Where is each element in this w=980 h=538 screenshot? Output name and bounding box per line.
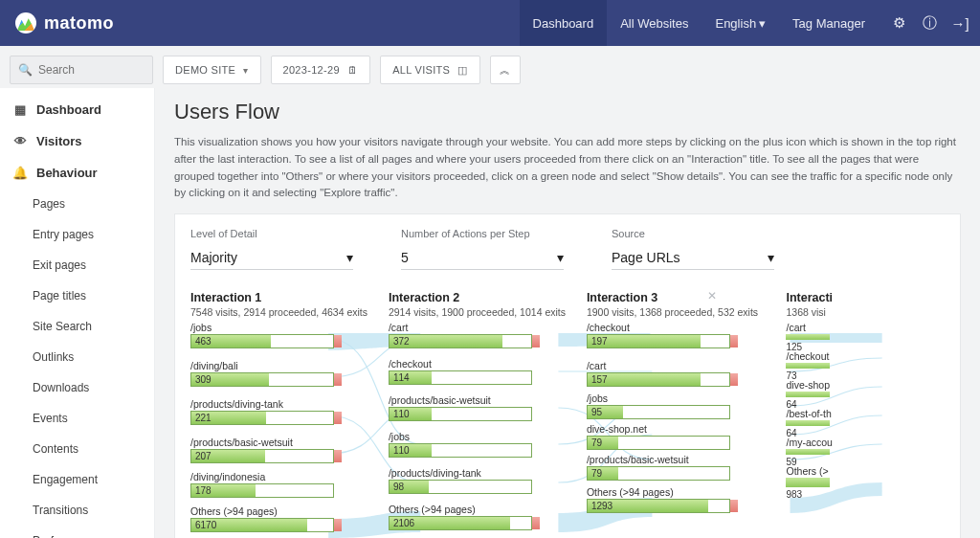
select-source[interactable]: Page URLs ▾ [612,245,774,270]
flow-node[interactable]: /cart 372 [389,322,532,348]
body: ▦ Dashboard 👁 Visitors 🔔 Behaviour Pages… [0,88,980,538]
sidebar-item-events[interactable]: Events [0,403,154,434]
sidebar-item-contents[interactable]: Contents [0,434,154,464]
flow-node[interactable]: /diving/indonesia 178 [190,471,334,498]
sidebar-item-visitors[interactable]: 👁 Visitors [0,125,154,157]
nav-dashboard[interactable]: Dashboard [520,0,608,46]
control-detail: Level of Detail Majority ▾ [190,228,353,270]
flow-node[interactable]: /my-accou 59 [786,437,832,467]
sidebar-item-site-search[interactable]: Site Search [0,311,154,342]
chevrons-up-icon: ︽ [500,63,510,78]
flow-node[interactable]: /jobs 110 [389,431,532,458]
flow-node[interactable]: Others (>94 pages) 2106 [389,504,532,530]
flow-node[interactable]: Others (>94 pages) 1293 [587,486,730,513]
flow-node[interactable]: /products/diving-tank 221 [190,398,334,425]
flow-node[interactable]: /checkout 114 [389,358,532,385]
search-box[interactable]: 🔍 [10,56,153,84]
flow-column-2[interactable]: Interaction 2 2914 visits, 1900 proceede… [389,291,587,538]
flow-column-4[interactable]: Interacti 1368 visi /cart 125 /checkout … [786,291,945,538]
grid-icon: ▦ [13,103,27,117]
segment-selector[interactable]: ALL VISITS ◫ [380,56,479,84]
sidebar-item-outlinks[interactable]: Outlinks [0,342,154,372]
login-icon[interactable]: →] [951,14,969,32]
flow-node[interactable]: /products/diving-tank 98 [389,467,532,494]
flow-node[interactable]: dive-shop.net 79 [587,423,730,450]
nav-all-websites[interactable]: All Websites [607,0,702,46]
sidebar-item-exit-pages[interactable]: Exit pages [0,250,154,280]
sidebar-item-pages[interactable]: Pages [0,189,154,219]
caret-down-icon: ▾ [346,250,353,265]
top-nav: Dashboard All Websites English ▾ Tag Man… [520,0,879,46]
brand-name: matomo [44,13,114,34]
main-content: Users Flow This visualization shows you … [155,88,980,538]
chevron-down-icon: ▾ [759,16,766,31]
sidebar-item-downloads[interactable]: Downloads [0,372,154,403]
flow-node[interactable]: Others (>94 pages) 6170 [190,505,334,532]
flow-node[interactable]: /products/basic-wetsuit 110 [389,394,532,421]
users-flow-panel: Level of Detail Majority ▾ Number of Act… [174,213,961,538]
flow-node[interactable]: /products/basic-wetsuit 79 [587,454,730,481]
select-level-of-detail[interactable]: Majority ▾ [190,245,353,270]
logo-icon [15,12,36,34]
flow-column-3[interactable]: ✕ Interaction 3 1900 visits, 1368 procee… [587,291,787,538]
nav-tag-manager[interactable]: Tag Manager [779,0,879,46]
control-source: Source Page URLs ▾ [612,228,774,270]
chevron-down-icon: ▾ [243,65,248,76]
sidebar: ▦ Dashboard 👁 Visitors 🔔 Behaviour Pages… [0,88,155,538]
flow-node[interactable]: /diving/bali 309 [190,360,334,387]
sidebar-item-entry-pages[interactable]: Entry pages [0,219,154,250]
flow-node[interactable]: /best-of-th 64 [786,408,831,438]
flow-node[interactable]: dive-shop 64 [786,379,830,410]
flow-column-1[interactable]: Interaction 1 7548 visits, 2914 proceede… [190,291,389,538]
site-selector[interactable]: DEMO SITE ▾ [163,56,261,84]
filter-toolbar: 🔍 DEMO SITE ▾ 2023-12-29 🗓 ALL VISITS ◫ … [0,46,980,88]
caret-down-icon: ▾ [557,250,564,265]
sidebar-item-performance[interactable]: Performance [0,526,154,538]
gear-icon[interactable]: ⚙ [890,14,907,32]
flow-node[interactable]: Others (> 983 [786,465,830,500]
flow-node[interactable]: /cart 125 [786,322,830,352]
top-header: matomo Dashboard All Websites English ▾ … [0,0,980,46]
control-actions: Number of Actions per Step 5 ▾ [401,228,564,270]
flow-chart: Interaction 1 7548 visits, 2914 proceede… [190,291,945,538]
sidebar-item-transitions[interactable]: Transitions [0,495,154,526]
search-input[interactable] [38,63,145,77]
caret-down-icon: ▾ [768,250,774,265]
sidebar-item-dashboard[interactable]: ▦ Dashboard [0,94,154,125]
page-title: Users Flow [174,100,961,124]
eye-icon: 👁 [13,135,27,148]
date-selector[interactable]: 2023-12-29 🗓 [271,56,371,84]
nav-language[interactable]: English ▾ [702,0,779,46]
brand-logo[interactable]: matomo [15,12,114,34]
info-icon[interactable]: ⓘ [921,14,938,32]
sidebar-item-page-titles[interactable]: Page titles [0,280,154,311]
remove-column-icon[interactable]: ✕ [705,289,719,303]
flow-node[interactable]: /jobs 95 [587,392,730,419]
flow-controls: Level of Detail Majority ▾ Number of Act… [190,228,945,270]
bell-icon: 🔔 [13,167,27,180]
collapse-button[interactable]: ︽ [490,56,521,84]
top-icon-bar: ⚙ ⓘ →] [890,14,969,32]
flow-node[interactable]: /cart 157 [587,360,730,387]
sidebar-item-behaviour[interactable]: 🔔 Behaviour [0,157,154,189]
page-description: This visualization shows you how your vi… [174,134,959,202]
flow-node[interactable]: /products/basic-wetsuit 207 [190,437,334,463]
calendar-icon: 🗓 [347,64,358,76]
search-icon: 🔍 [18,63,33,77]
flow-node[interactable]: /jobs 463 [190,322,334,348]
segment-icon: ◫ [457,64,467,77]
flow-node[interactable]: /checkout 73 [786,350,830,381]
flow-node[interactable]: /checkout 197 [587,322,730,348]
select-actions-per-step[interactable]: 5 ▾ [401,245,564,270]
sidebar-item-engagement[interactable]: Engagement [0,464,154,495]
